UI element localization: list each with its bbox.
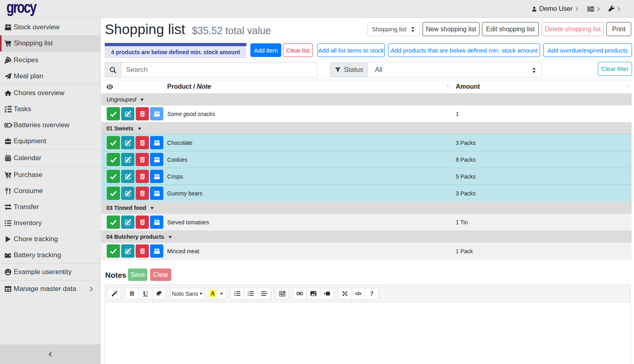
svg-text:3: 3 bbox=[248, 295, 249, 296]
